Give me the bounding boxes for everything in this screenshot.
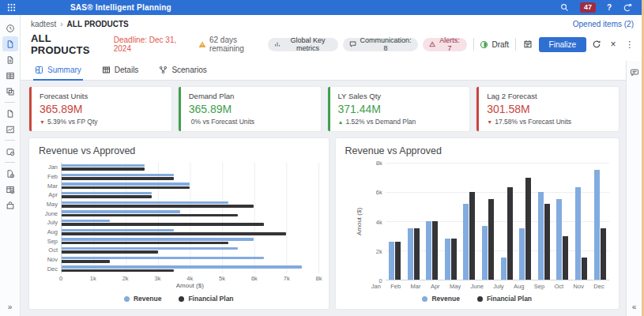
axis-category-label: Oct [555, 283, 564, 291]
file-icon[interactable] [2, 106, 18, 121]
package-history-icon[interactable] [2, 144, 18, 159]
kpi-delta-text: 5.39% vs FP Qty [47, 118, 98, 126]
kpi-delta: ▼ 5.39% vs FP Qty [40, 118, 164, 126]
tab-scenarios[interactable]: Scenarios [157, 62, 208, 81]
bar-revenue [575, 187, 581, 280]
bar-financial-plan [414, 228, 420, 280]
bar-group-june [482, 163, 494, 280]
hchart-area: JanFebMarAprMayJuneJulyAugSepOctNovDec [39, 163, 319, 273]
data-table-icon[interactable] [2, 68, 18, 83]
communication-label: Communication: 8 [360, 36, 412, 52]
bar-group-jan [389, 163, 401, 280]
help-icon[interactable]: ? [607, 3, 612, 12]
tab-details-label: Details [115, 66, 139, 74]
kpi-delta: 0% vs Forecast Units [189, 118, 313, 126]
finalize-button[interactable]: Finalize [539, 37, 586, 52]
metrics-icon [274, 40, 281, 48]
refresh-button[interactable] [591, 37, 603, 51]
header-actions: Global Key metrics Communication: 8 Aler… [268, 37, 635, 52]
days-remaining: 62 days remaining [198, 36, 268, 53]
kpi-card-lag-2-forecast: Lag 2 Forecast 301.58M ▼ 17.58% vs Forec… [476, 87, 619, 131]
vchart-legend: RevenueFinancial Plan [345, 291, 609, 305]
bar-financial-plan [451, 239, 457, 280]
comment-icon [349, 40, 356, 48]
bar-group-july [501, 163, 513, 280]
x-axis-label: Amout ($) [61, 282, 319, 291]
alerts-button[interactable]: Alerts: 7 [423, 38, 467, 51]
draft-status[interactable]: Draft [480, 40, 509, 49]
axis-category-label: Jan [371, 283, 381, 291]
secured-package-icon[interactable] [2, 198, 18, 213]
legend-item-financial-plan[interactable]: Financial Plan [179, 295, 233, 303]
chart-title: Revenue vs Approved [39, 145, 319, 156]
bar-financial-plan [62, 242, 228, 245]
right-panel-collapse-chevron[interactable]: « [632, 303, 637, 311]
app-launch-icon[interactable] [623, 3, 632, 13]
analytics-chart-icon[interactable] [2, 122, 18, 137]
axis-tick-label: 4k [186, 275, 193, 282]
axis-tick-label: 7k [284, 275, 290, 282]
kpi-value: 365.89M [40, 103, 164, 115]
copy-stack-icon[interactable] [2, 84, 18, 99]
hchart-category-labels: JanFebMarAprMayJuneJulyAugSepOctNovDec [39, 163, 61, 273]
chart-title: Revenue vs Approved [345, 145, 609, 156]
axis-category-label: Oct [39, 246, 58, 255]
kebab-menu-button[interactable]: ⋮ [623, 37, 635, 51]
axis-tick-label: 6k [376, 189, 382, 196]
bar-group-oct [556, 163, 568, 280]
axis-category-label: Dec [593, 283, 604, 291]
axis-category-label: July [493, 283, 503, 291]
document-settings-icon[interactable] [2, 166, 18, 181]
table-settings-icon[interactable] [2, 182, 18, 197]
communication-button[interactable]: Communication: 8 [343, 38, 418, 51]
kpi-value: 301.58M [487, 103, 611, 115]
bar-group-sep [62, 236, 318, 246]
bar-financial-plan [62, 214, 238, 217]
opened-items-link[interactable]: Opened items (2) [573, 20, 634, 28]
calendar-button[interactable] [522, 37, 534, 51]
legend-item-revenue[interactable]: Revenue [422, 295, 459, 303]
trend-up-icon: ▲ [338, 119, 344, 125]
y-axis-label: Amout ($) [345, 163, 373, 280]
apps-grid-icon[interactable] [7, 3, 16, 12]
kpi-card-forecast-units: Forecast Units 365.89M ▼ 5.39% vs FP Qty [29, 87, 171, 131]
bar-revenue [519, 228, 525, 280]
global-key-metrics-button[interactable]: Global Key metrics [268, 38, 338, 51]
bar-financial-plan [62, 232, 286, 235]
kpi-title: Forecast Units [40, 92, 164, 100]
comments-panel-icon[interactable] [630, 68, 639, 77]
legend-label: Revenue [431, 295, 459, 303]
kpi-value: 371.44M [338, 103, 462, 115]
sidebar-divider [5, 140, 15, 141]
bar-revenue [556, 199, 562, 280]
axis-category-label: Aug [39, 228, 58, 237]
bar-group-dec [62, 264, 318, 273]
bar-revenue [62, 201, 228, 205]
report-document-icon[interactable] [2, 52, 18, 67]
tab-details[interactable]: Details [100, 62, 141, 81]
bar-financial-plan [62, 250, 158, 254]
close-button[interactable]: × [608, 37, 620, 51]
global-key-metrics-label: Global Key metrics [284, 36, 332, 52]
bar-group-jan [62, 163, 318, 172]
draft-status-icon [480, 40, 488, 49]
bar-revenue [463, 204, 469, 280]
legend-item-revenue[interactable]: Revenue [124, 295, 161, 303]
calendar-icon [523, 40, 533, 49]
plan-document-icon[interactable] [2, 36, 18, 51]
breadcrumb-parent-link[interactable]: kadtest [31, 20, 56, 28]
search-icon[interactable] [560, 3, 569, 12]
notification-badge[interactable]: 47 [580, 2, 596, 13]
bar-group-dec [594, 163, 606, 280]
axis-category-label: Mar [411, 283, 421, 291]
bar-revenue [426, 221, 431, 280]
sidebar-expand-chevron[interactable]: » [8, 303, 13, 311]
bar-revenue [389, 242, 394, 280]
recents-icon[interactable] [2, 21, 18, 36]
legend-swatch-financial-plan [179, 296, 184, 302]
tab-content-column: Summary Details Scenarios [21, 61, 626, 316]
tab-summary[interactable]: Summary [33, 62, 83, 81]
bar-revenue [538, 192, 544, 280]
summary-content: Forecast Units 365.89M ▼ 5.39% vs FP Qty… [21, 81, 626, 316]
legend-item-financial-plan[interactable]: Financial Plan [477, 295, 532, 303]
